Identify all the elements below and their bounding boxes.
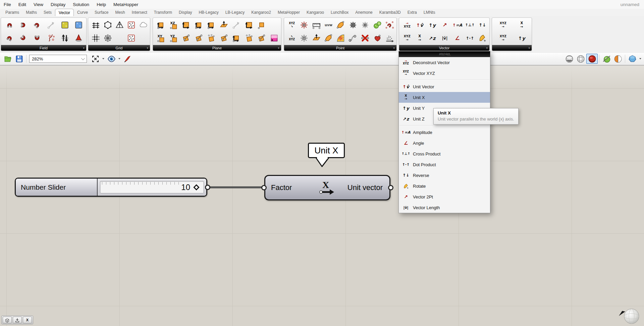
document-preview-button[interactable] (627, 54, 638, 64)
amplitude-icon[interactable]: ↑=A (451, 19, 463, 32)
tab-karamba3d[interactable]: Karamba3D (376, 9, 404, 16)
unit-x-icon[interactable]: X→ (414, 32, 425, 45)
menu-item-reverse[interactable]: ↑↓Reverse (399, 170, 490, 181)
rectangular-grid-icon[interactable] (90, 19, 102, 32)
menu-item-display[interactable]: Display (47, 0, 69, 9)
draw-gem-red-button[interactable] (586, 54, 598, 64)
draw-gem-grey-button[interactable] (564, 54, 575, 64)
plane-fit-icon[interactable] (206, 32, 217, 45)
evaluate-arc-icon[interactable] (323, 32, 334, 45)
radial-grid-icon[interactable] (102, 32, 113, 45)
menu-item-view[interactable]: View (30, 0, 47, 9)
preview-eye-button[interactable] (106, 54, 117, 64)
xy-plane-icon[interactable]: XY (155, 32, 167, 45)
unit-vector-icon[interactable]: ↑v̂ (414, 19, 425, 32)
tensor-display-icon[interactable] (59, 32, 70, 45)
tab-lb-legacy[interactable]: LB-Legacy (222, 9, 248, 16)
pull-point-icon[interactable] (335, 32, 346, 45)
menu-item-file[interactable]: File (0, 0, 15, 9)
populate-3d-icon[interactable] (126, 32, 137, 45)
rotate-plane-icon[interactable] (231, 32, 242, 45)
tab-metahopper[interactable]: MetaHopper (274, 9, 303, 16)
tab-curve[interactable]: Curve (74, 9, 91, 16)
menu-item-vector-xyz[interactable]: XYZ→Vector XYZ (399, 68, 490, 79)
point-groups-icon[interactable] (372, 32, 383, 45)
hexagonal-grid-icon[interactable] (102, 19, 113, 32)
zoom-menu-caret[interactable] (102, 58, 104, 59)
menu-item-vector-length[interactable]: |v̄|Vector Length (399, 202, 490, 213)
tab-hb-legacy[interactable]: HB-Legacy (195, 9, 222, 16)
yz-plane-icon[interactable]: YZ (168, 32, 179, 45)
sketch-pen-button[interactable] (122, 54, 133, 64)
flip-plane-icon[interactable] (268, 32, 280, 45)
plane-2pt-icon[interactable] (180, 32, 192, 45)
tab-transform[interactable]: Transform (151, 9, 175, 16)
align-planes-icon[interactable] (243, 19, 255, 32)
deconstruct-point-icon[interactable]: ↖XYZ (286, 32, 298, 45)
plane-origin-icon[interactable] (206, 19, 217, 32)
menu-item-deconstruct-vector[interactable]: →XYZDeconstruct Vector (399, 57, 490, 68)
charge-display-icon[interactable] (4, 32, 15, 45)
coincident-points-icon[interactable] (360, 32, 371, 45)
field-line-icon[interactable] (45, 32, 57, 45)
spin-force-icon[interactable] (18, 19, 29, 32)
tab-maths[interactable]: Maths (22, 9, 40, 16)
menu-item-dot-product[interactable]: ↑·↑Dot Product (399, 159, 490, 170)
ribbon-group-label-field[interactable]: Field▾ (1, 45, 86, 51)
menu-item-solution[interactable]: Solution (69, 0, 93, 9)
point-oriented-icon[interactable] (335, 19, 346, 32)
vector-xyz-icon[interactable]: XYZ→ (401, 32, 413, 45)
square-grid-icon[interactable] (90, 32, 102, 45)
plane-closest-point-icon[interactable] (243, 32, 255, 45)
ribbon-group-label-plane[interactable]: Plane▾ (153, 45, 281, 51)
cross-product-icon[interactable]: ↑⊥↑ (464, 19, 476, 32)
tab-sets[interactable]: Sets (40, 9, 55, 16)
ribbon-group-label-item[interactable]: ▾ (492, 45, 532, 51)
unit-x-component[interactable]: Factor X Unit vector (264, 175, 390, 200)
tab-display[interactable]: Display (175, 9, 195, 16)
plane-axes-icon[interactable] (256, 32, 267, 45)
plane-3pt-icon[interactable] (193, 32, 204, 45)
save-button[interactable] (13, 54, 25, 64)
preview-custom-button[interactable] (612, 54, 624, 64)
populate-2d-icon[interactable] (126, 19, 137, 32)
vector-xyz-alt-icon[interactable]: XYZ→ (497, 32, 509, 45)
draw-gem-wire-button[interactable] (575, 54, 586, 64)
reverse-icon[interactable]: ↑↓ (477, 19, 488, 32)
preview-settings-caret[interactable] (639, 58, 641, 59)
barycentric-icon[interactable]: uvw (323, 19, 334, 32)
tab-anemone[interactable]: Anemone (352, 9, 376, 16)
slider-output-port[interactable] (205, 185, 210, 190)
merge-fields-icon[interactable] (32, 32, 43, 45)
point-polar-icon[interactable] (311, 32, 322, 45)
tab-kangaroo[interactable]: Kangaroo (303, 9, 327, 16)
factor-input-port[interactable] (261, 185, 267, 190)
dot-product-icon[interactable]: ↑·↑ (464, 32, 476, 45)
plane-region-icon[interactable] (256, 19, 267, 32)
widget-save-state-button[interactable] (13, 317, 22, 323)
tab-lunchbox[interactable]: LunchBox (327, 9, 352, 16)
tab-surface[interactable]: Surface (91, 9, 112, 16)
ribbon-group-label-point[interactable]: Point▾ (284, 45, 396, 51)
number-slider-component[interactable]: Number Slider 10 (15, 178, 207, 197)
preview-off-button[interactable] (601, 54, 612, 64)
zoom-extents-button[interactable] (90, 54, 101, 64)
unit-z-icon[interactable]: ↗z (427, 32, 438, 45)
construct-plane-icon[interactable] (180, 19, 192, 32)
unit-y-alt-icon[interactable]: ↑y (516, 32, 527, 45)
adjust-plane-icon[interactable] (155, 19, 167, 32)
menu-item-unit-x[interactable]: X→Unit X (399, 92, 490, 103)
construct-point-icon[interactable]: XYZ↘ (286, 19, 298, 32)
tab-extra[interactable]: Extra (404, 9, 420, 16)
align-plane-icon[interactable] (218, 19, 229, 32)
vector-length-icon[interactable]: |v̄| (439, 32, 450, 45)
project-points-icon[interactable] (372, 19, 383, 32)
menu-item-metahopper[interactable]: MetaHopper (110, 0, 142, 9)
tab-params[interactable]: Params (2, 9, 22, 16)
break-field-icon[interactable] (32, 19, 43, 32)
menu-item-amplitude[interactable]: ↑=AAmplitude (399, 127, 490, 138)
unit-x-alt-icon[interactable]: X→ (516, 19, 527, 32)
menu-item-unit-vector[interactable]: ↑v̂Unit Vector (399, 81, 490, 92)
deconstruct-vector-icon[interactable]: →XYZ (401, 19, 413, 32)
menu-item-angle[interactable]: ∠Angle (399, 138, 490, 148)
